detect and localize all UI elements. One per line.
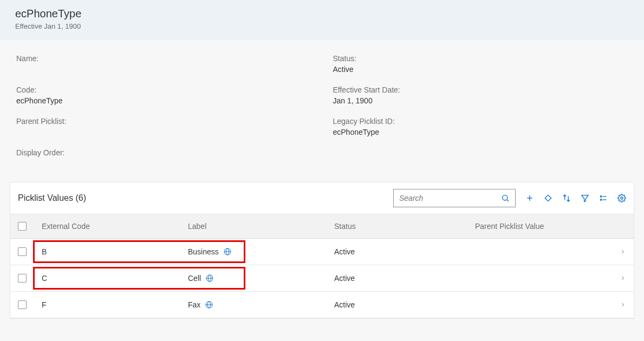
cell-external-code: C	[42, 274, 188, 283]
cell-status: Active	[334, 274, 475, 283]
legacy-id-label: Legacy Picklist ID:	[333, 117, 628, 126]
globe-icon[interactable]	[223, 247, 232, 256]
page-title: ecPhoneType	[15, 8, 629, 20]
picklist-values-panel: Picklist Values (6)	[10, 182, 634, 319]
col-status[interactable]: Status	[334, 222, 475, 231]
search-input-wrapper[interactable]	[393, 189, 516, 207]
name-label: Name:	[16, 54, 311, 63]
cell-external-code: B	[42, 247, 188, 256]
search-input[interactable]	[399, 194, 501, 202]
settings-icon[interactable]	[617, 194, 626, 202]
table-row[interactable]: FFaxActive	[10, 292, 634, 318]
cell-label: Fax	[188, 300, 200, 309]
svg-point-0	[503, 195, 508, 200]
svg-rect-4	[545, 195, 551, 201]
status-label: Status:	[333, 54, 628, 63]
cell-label: Cell	[188, 274, 201, 283]
svg-line-1	[507, 200, 509, 201]
code-value: ecPhoneType	[16, 96, 311, 105]
row-checkbox[interactable]	[18, 300, 27, 309]
group-icon[interactable]	[599, 194, 608, 202]
picklist-values-title: Picklist Values (6)	[18, 193, 86, 203]
code-label: Code:	[16, 86, 311, 94]
col-external-code[interactable]: External Code	[42, 222, 188, 231]
status-value: Active	[333, 65, 628, 74]
svg-marker-5	[582, 195, 588, 202]
filter-icon[interactable]	[581, 194, 589, 202]
chevron-right-icon[interactable]	[610, 275, 626, 281]
cell-status: Active	[334, 300, 475, 309]
col-parent[interactable]: Parent Picklist Value	[475, 222, 610, 231]
cell-status: Active	[334, 247, 475, 256]
display-order-label: Display Order:	[16, 148, 311, 157]
select-all-checkbox[interactable]	[18, 222, 27, 231]
parent-picklist-label: Parent Picklist:	[16, 117, 311, 126]
svg-rect-7	[601, 199, 602, 200]
table-row[interactable]: CCellActive	[10, 265, 634, 292]
sort-icon[interactable]	[562, 194, 571, 202]
effective-date-label: Effective Start Date:	[333, 86, 628, 94]
details-section: Name: Status: Active Code: ecPhoneType E…	[0, 40, 644, 172]
search-icon[interactable]	[501, 194, 510, 202]
row-checkbox[interactable]	[18, 274, 27, 283]
cell-label: Business	[188, 247, 219, 256]
row-checkbox[interactable]	[18, 247, 27, 256]
table-header: External Code Label Status Parent Pickli…	[10, 214, 634, 239]
chevron-right-icon[interactable]	[610, 301, 626, 308]
table-row[interactable]: BBusinessActive	[10, 239, 634, 265]
svg-point-10	[621, 197, 623, 199]
add-icon[interactable]	[525, 194, 534, 202]
page-header: ecPhoneType Effective Jan 1, 1900	[0, 0, 644, 40]
page-subtitle: Effective Jan 1, 1900	[15, 22, 629, 30]
svg-rect-6	[601, 196, 602, 197]
cell-external-code: F	[42, 300, 188, 309]
chevron-right-icon[interactable]	[610, 248, 626, 255]
globe-icon[interactable]	[205, 274, 214, 283]
col-label[interactable]: Label	[188, 222, 334, 231]
effective-date-value: Jan 1, 1900	[333, 96, 628, 105]
diamond-icon[interactable]	[544, 194, 552, 202]
globe-icon[interactable]	[205, 300, 213, 309]
legacy-id-value: ecPhoneType	[333, 128, 628, 136]
